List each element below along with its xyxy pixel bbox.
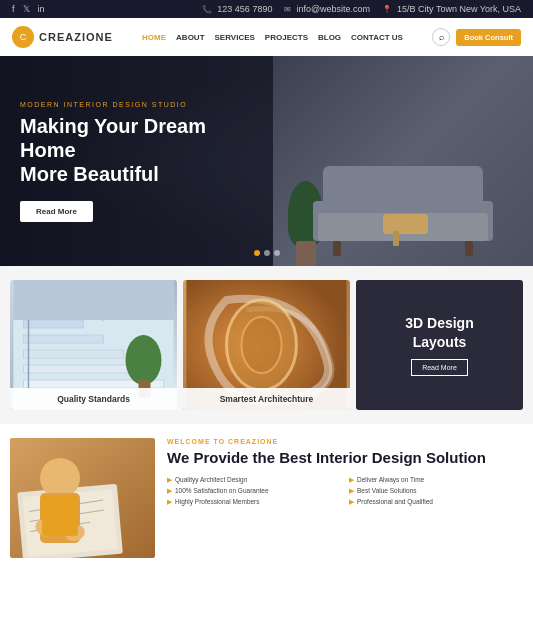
logo-text: CREAZIONE: [39, 31, 113, 43]
linkedin-icon[interactable]: in: [38, 4, 45, 14]
list-item: ▶ Qualityy Architect Design: [167, 476, 341, 484]
about-title: We Provide the Best Interior Design Solu…: [167, 449, 523, 468]
email-info: ✉ info@website.com: [284, 4, 370, 14]
list-item: ▶ Deliver Always on Time: [349, 476, 523, 484]
hero-illustration: [273, 56, 533, 266]
list-item: ▶ Best Value Solutions: [349, 487, 523, 495]
hero-cta-button[interactable]: Read More: [20, 201, 93, 222]
svg-rect-5: [24, 335, 104, 343]
hero-visual: [273, 56, 533, 266]
phone-icon: 📞: [202, 5, 212, 14]
nav-projects[interactable]: PROJECTS: [265, 33, 308, 42]
dot-1[interactable]: [254, 250, 260, 256]
arrow-icon-4: ▶: [349, 476, 354, 484]
contact-info: 📞 123 456 7890 ✉ info@website.com 📍 15/B…: [202, 4, 521, 14]
about-tag: WELCOME TO CREAZIONE: [167, 438, 523, 445]
search-button[interactable]: ⌕: [432, 28, 450, 46]
svg-rect-3: [24, 365, 144, 373]
arrow-icon-1: ▶: [167, 476, 172, 484]
phone-info: 📞 123 456 7890: [202, 4, 272, 14]
hero-content: MODERN INTERIOR DESIGN STUDIO Making You…: [0, 101, 280, 222]
arrow-icon-2: ▶: [167, 487, 172, 495]
svg-rect-6: [24, 320, 84, 328]
arrow-icon-5: ▶: [349, 487, 354, 495]
nav-links: HOME ABOUT SERVICES PROJECTS BLOG CONTAC…: [142, 33, 403, 42]
search-icon: ⌕: [439, 32, 444, 42]
facebook-icon[interactable]: f: [12, 4, 15, 14]
cards-section: Quality Standards Smarte: [0, 266, 533, 424]
location-icon: 📍: [382, 5, 392, 14]
about-content: WELCOME TO CREAZIONE We Provide the Best…: [167, 438, 523, 558]
svg-rect-29: [42, 496, 78, 536]
logo-icon: C: [12, 26, 34, 48]
email-icon: ✉: [284, 5, 291, 14]
top-bar: f 𝕏 in 📞 123 456 7890 ✉ info@website.com…: [0, 0, 533, 18]
arrow-icon-3: ▶: [167, 498, 172, 506]
hero-dots: [254, 250, 280, 256]
nav-blog[interactable]: BLOG: [318, 33, 341, 42]
about-section: WELCOME TO CREAZIONE We Provide the Best…: [0, 424, 533, 572]
card-architecture-label: Smartest Architechture: [183, 388, 350, 410]
card-3d-button[interactable]: Read More: [411, 359, 468, 376]
nav-about[interactable]: ABOUT: [176, 33, 204, 42]
card-3d-title: 3D DesignLayouts: [405, 314, 473, 350]
dot-3[interactable]: [274, 250, 280, 256]
social-links[interactable]: f 𝕏 in: [12, 4, 45, 14]
card-architecture: Smartest Architechture: [183, 280, 350, 410]
nav-home[interactable]: HOME: [142, 33, 166, 42]
nav-contact[interactable]: CONTACT US: [351, 33, 403, 42]
card-quality-label: Quality Standards: [10, 388, 177, 410]
about-illustration: [10, 438, 155, 558]
card-quality: Quality Standards: [10, 280, 177, 410]
hero-section: MODERN INTERIOR DESIGN STUDIO Making You…: [0, 56, 533, 266]
hero-subtitle: MODERN INTERIOR DESIGN STUDIO: [20, 101, 260, 108]
about-list: ▶ Qualityy Architect Design ▶ Deliver Al…: [167, 476, 523, 506]
arrow-icon-6: ▶: [349, 498, 354, 506]
about-image: [10, 438, 155, 558]
list-item: ▶ Professional and Qualified: [349, 498, 523, 506]
svg-rect-4: [24, 350, 124, 358]
consult-button[interactable]: Book Consult: [456, 29, 521, 46]
nav-actions: ⌕ Book Consult: [432, 28, 521, 46]
nav-services[interactable]: SERVICES: [215, 33, 255, 42]
hero-title: Making Your Dream Home More Beautiful: [20, 114, 260, 186]
twitter-icon[interactable]: 𝕏: [23, 4, 30, 14]
logo[interactable]: C CREAZIONE: [12, 26, 113, 48]
location-info: 📍 15/B City Town New York, USA: [382, 4, 521, 14]
list-item: ▶ 100% Satisfaction on Guarantee: [167, 487, 341, 495]
dot-2[interactable]: [264, 250, 270, 256]
svg-point-9: [126, 335, 162, 385]
navbar: C CREAZIONE HOME ABOUT SERVICES PROJECTS…: [0, 18, 533, 56]
svg-point-17: [242, 317, 282, 373]
svg-rect-13: [14, 280, 174, 320]
sofa-illustration: [313, 156, 493, 256]
card-3d: 3D DesignLayouts Read More: [356, 280, 523, 410]
svg-point-25: [40, 458, 80, 498]
list-item: ▶ Highly Professional Members: [167, 498, 341, 506]
